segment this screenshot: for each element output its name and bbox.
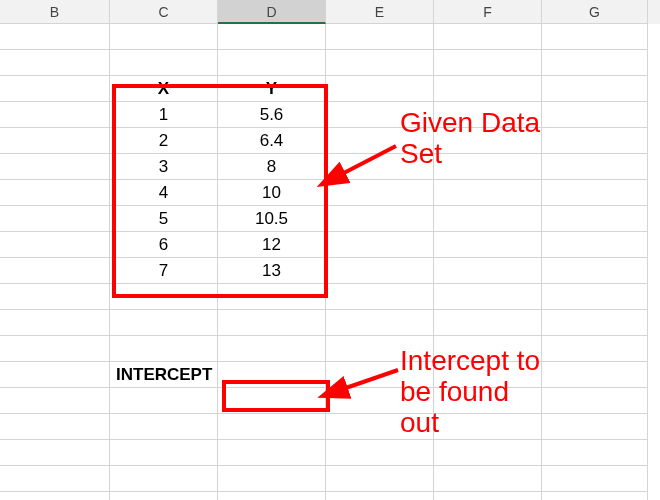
cell-c[interactable]: [110, 24, 218, 50]
cell-g[interactable]: [542, 154, 648, 180]
cell-g[interactable]: [542, 180, 648, 206]
cell-g[interactable]: [542, 24, 648, 50]
table-cell-y[interactable]: 12: [218, 232, 326, 258]
intercept-label-cell[interactable]: INTERCEPT: [110, 362, 218, 388]
cell-g[interactable]: [542, 102, 648, 128]
cell-g[interactable]: [542, 50, 648, 76]
cell-c[interactable]: [110, 388, 218, 414]
cell-b[interactable]: [0, 206, 110, 232]
cell-b[interactable]: [0, 50, 110, 76]
cell-g[interactable]: [542, 336, 648, 362]
cell-d[interactable]: [218, 24, 326, 50]
cell-d[interactable]: [218, 284, 326, 310]
cell-f[interactable]: [434, 232, 542, 258]
table-cell-y[interactable]: 8: [218, 154, 326, 180]
cell-d[interactable]: [218, 466, 326, 492]
table-cell-x[interactable]: 4: [110, 180, 218, 206]
cell-d[interactable]: [218, 336, 326, 362]
cell-f[interactable]: [434, 102, 542, 128]
cell-f[interactable]: [434, 180, 542, 206]
cell-e[interactable]: [326, 388, 434, 414]
column-header-b[interactable]: B: [0, 0, 110, 24]
cell-c[interactable]: [110, 50, 218, 76]
cell-e[interactable]: [326, 258, 434, 284]
table-header-x[interactable]: X: [110, 76, 218, 102]
cell-g[interactable]: [542, 128, 648, 154]
column-header-e[interactable]: E: [326, 0, 434, 24]
cell-g[interactable]: [542, 206, 648, 232]
table-cell-y[interactable]: 10: [218, 180, 326, 206]
cell-b[interactable]: [0, 414, 110, 440]
cell-e[interactable]: [326, 180, 434, 206]
cell-d[interactable]: [218, 414, 326, 440]
cell-b[interactable]: [0, 180, 110, 206]
cell-e[interactable]: [326, 492, 434, 500]
cell-f[interactable]: [434, 50, 542, 76]
column-header-c[interactable]: C: [110, 0, 218, 24]
cell-b[interactable]: [0, 102, 110, 128]
cell-e[interactable]: [326, 50, 434, 76]
table-cell-y[interactable]: 5.6: [218, 102, 326, 128]
cell-f[interactable]: [434, 76, 542, 102]
cell-c[interactable]: [110, 466, 218, 492]
cell-e[interactable]: [326, 284, 434, 310]
cell-c[interactable]: [110, 336, 218, 362]
table-cell-y[interactable]: 13: [218, 258, 326, 284]
cell-f[interactable]: [434, 414, 542, 440]
cell-g[interactable]: [542, 362, 648, 388]
cell-c[interactable]: [110, 284, 218, 310]
cell-f[interactable]: [434, 336, 542, 362]
column-header-d[interactable]: D: [218, 0, 326, 24]
cell-b[interactable]: [0, 154, 110, 180]
cell-e[interactable]: [326, 76, 434, 102]
column-header-g[interactable]: G: [542, 0, 648, 24]
cell-f[interactable]: [434, 258, 542, 284]
cell-f[interactable]: [434, 128, 542, 154]
cell-g[interactable]: [542, 284, 648, 310]
cell-b[interactable]: [0, 440, 110, 466]
cell-b[interactable]: [0, 24, 110, 50]
cell-d[interactable]: [218, 440, 326, 466]
cell-e[interactable]: [326, 414, 434, 440]
table-cell-x[interactable]: 2: [110, 128, 218, 154]
cell-f[interactable]: [434, 24, 542, 50]
cell-b[interactable]: [0, 76, 110, 102]
cell-d[interactable]: [218, 492, 326, 500]
cell-g[interactable]: [542, 76, 648, 102]
cell-f[interactable]: [434, 154, 542, 180]
cell-e[interactable]: [326, 232, 434, 258]
table-cell-x[interactable]: 7: [110, 258, 218, 284]
cell-e[interactable]: [326, 154, 434, 180]
cell-f[interactable]: [434, 492, 542, 500]
cell-g[interactable]: [542, 414, 648, 440]
cell-g[interactable]: [542, 440, 648, 466]
cell-g[interactable]: [542, 388, 648, 414]
cell-c[interactable]: [110, 414, 218, 440]
cell-e[interactable]: [326, 24, 434, 50]
table-cell-x[interactable]: 6: [110, 232, 218, 258]
cell-b[interactable]: [0, 388, 110, 414]
cell-e[interactable]: [326, 440, 434, 466]
cell-b[interactable]: [0, 284, 110, 310]
cell-f[interactable]: [434, 440, 542, 466]
cell-e[interactable]: [326, 128, 434, 154]
cell-d[interactable]: [218, 388, 326, 414]
cell-e[interactable]: [326, 362, 434, 388]
cell-g[interactable]: [542, 258, 648, 284]
cell-c[interactable]: [110, 440, 218, 466]
cell-b[interactable]: [0, 128, 110, 154]
cell-f[interactable]: [434, 388, 542, 414]
table-header-y[interactable]: Y: [218, 76, 326, 102]
table-cell-x[interactable]: 5: [110, 206, 218, 232]
cell-c[interactable]: [110, 492, 218, 500]
table-cell-y[interactable]: 10.5: [218, 206, 326, 232]
cell-b[interactable]: [0, 232, 110, 258]
cell-b[interactable]: [0, 466, 110, 492]
cell-e[interactable]: [326, 206, 434, 232]
cell-g[interactable]: [542, 466, 648, 492]
column-header-f[interactable]: F: [434, 0, 542, 24]
cell-d[interactable]: [218, 50, 326, 76]
intercept-result-cell[interactable]: [218, 362, 326, 388]
cell-b[interactable]: [0, 336, 110, 362]
cell-e[interactable]: [326, 466, 434, 492]
